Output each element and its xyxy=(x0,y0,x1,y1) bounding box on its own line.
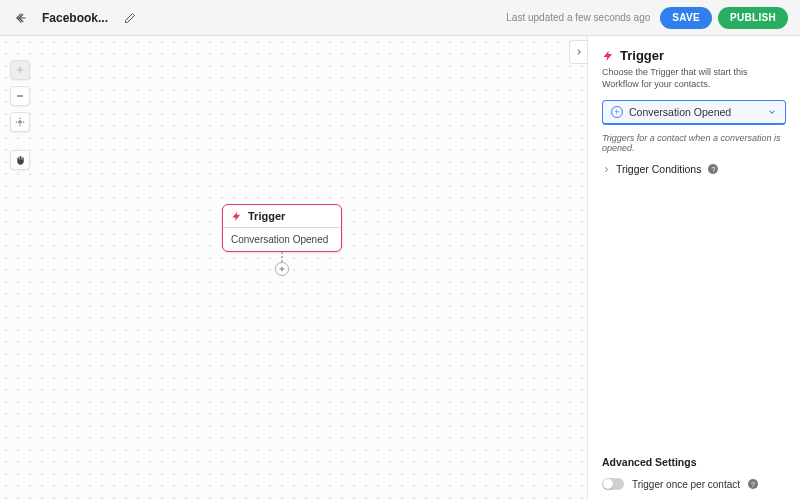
trigger-conditions-label: Trigger Conditions xyxy=(616,163,701,175)
advanced-settings-heading: Advanced Settings xyxy=(602,456,786,468)
zoom-controls xyxy=(10,60,30,132)
canvas[interactable]: Trigger Conversation Opened xyxy=(0,36,588,500)
bolt-icon xyxy=(602,50,614,62)
trigger-once-toggle[interactable] xyxy=(602,478,624,490)
collapse-panel-button[interactable] xyxy=(569,40,587,64)
plus-circle-icon: + xyxy=(611,106,623,118)
last-updated-text: Last updated a few seconds ago xyxy=(506,12,650,23)
trigger-node-body: Conversation Opened xyxy=(223,228,341,251)
svg-point-5 xyxy=(19,121,22,124)
bolt-icon xyxy=(231,211,242,222)
panel-title: Trigger xyxy=(620,48,664,63)
zoom-out-button[interactable] xyxy=(10,86,30,106)
publish-button[interactable]: PUBLISH xyxy=(718,7,788,29)
trigger-type-select[interactable]: + Conversation Opened xyxy=(602,100,786,125)
chevron-down-icon xyxy=(767,107,777,117)
help-icon[interactable]: ? xyxy=(708,164,718,174)
zoom-in-button[interactable] xyxy=(10,60,30,80)
back-button[interactable] xyxy=(12,9,30,27)
trigger-node-title: Trigger xyxy=(248,210,285,222)
topbar: Facebook... Last updated a few seconds a… xyxy=(0,0,800,36)
panel-subtitle: Choose the Trigger that will start this … xyxy=(602,67,786,90)
pan-tool-button[interactable] xyxy=(10,150,30,170)
add-step-button[interactable] xyxy=(275,262,289,276)
side-panel: Trigger Choose the Trigger that will sta… xyxy=(588,36,800,500)
help-icon[interactable]: ? xyxy=(748,479,758,489)
chevron-right-icon xyxy=(602,165,611,174)
zoom-reset-button[interactable] xyxy=(10,112,30,132)
edit-title-button[interactable] xyxy=(124,12,136,24)
trigger-once-label: Trigger once per contact xyxy=(632,479,740,490)
selected-trigger-label: Conversation Opened xyxy=(629,106,731,118)
save-button[interactable]: SAVE xyxy=(660,7,712,29)
trigger-node[interactable]: Trigger Conversation Opened xyxy=(222,204,342,252)
workflow-title: Facebook... xyxy=(42,11,108,25)
main: Trigger Conversation Opened Trigger Choo… xyxy=(0,36,800,500)
trigger-description: Triggers for a contact when a conversati… xyxy=(602,133,786,153)
trigger-conditions-toggle[interactable]: Trigger Conditions ? xyxy=(602,163,786,175)
